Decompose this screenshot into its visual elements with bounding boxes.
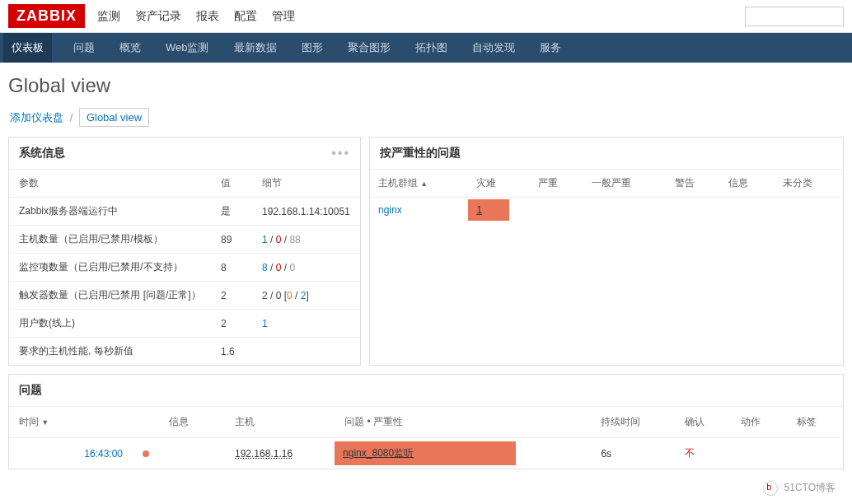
param-cell: 监控项数量（已启用/已禁用/不支持）	[9, 254, 211, 282]
nav-reports[interactable]: 报表	[196, 2, 219, 30]
col-detail: 细节	[252, 170, 360, 198]
col-unclassified[interactable]: 未分类	[775, 170, 843, 198]
widget-title: 按严重性的问题	[380, 146, 461, 161]
widget-menu-icon[interactable]: •••	[331, 146, 350, 161]
problem-row: 16:43:00 192.168.1.16 nginx_8080监听 6s 不	[9, 438, 843, 469]
nav-admin[interactable]: 管理	[272, 2, 295, 30]
col-disaster[interactable]: 灾难	[468, 170, 529, 198]
system-info-table: 参数 值 细节 Zabbix服务器端运行中是192.168.1.14:10051…	[9, 170, 360, 365]
breadcrumb-sep: /	[70, 111, 73, 124]
problems-table: 时间 ▼ 信息 主机 问题 • 严重性 持续时间 确认 动作 标签 16:43:…	[9, 407, 843, 469]
tab-web[interactable]: Web监测	[162, 33, 213, 63]
value-cell: 1.6	[211, 338, 252, 366]
col-duration[interactable]: 持续时间	[591, 407, 675, 438]
detail-cell: 1	[252, 310, 360, 338]
param-cell: 要求的主机性能, 每秒新值	[9, 338, 211, 366]
value-cell: 8	[211, 254, 252, 282]
zabbix-logo[interactable]: ZABBIX	[8, 4, 85, 28]
col-ack[interactable]: 确认	[675, 407, 731, 438]
breadcrumb-current[interactable]: Global view	[79, 108, 149, 127]
problem-host[interactable]: 192.168.1.16	[235, 448, 293, 460]
widget-header: 按严重性的问题	[370, 138, 843, 170]
top-nav: 监测 资产记录 报表 配置 管理	[97, 2, 745, 30]
detail-cell: 192.168.1.14:10051	[252, 198, 360, 226]
col-hostgroup[interactable]: 主机群组 ▲	[370, 170, 468, 198]
tab-latest[interactable]: 最新数据	[231, 33, 280, 63]
sort-desc-icon: ▼	[41, 418, 49, 427]
col-info[interactable]: 信息	[720, 170, 774, 198]
tab-overview[interactable]: 概览	[116, 33, 144, 63]
table-row: 主机数量（已启用/已禁用/模板）891 / 0 / 88	[9, 226, 360, 254]
col-high[interactable]: 严重	[530, 170, 583, 198]
col-value: 值	[211, 170, 252, 198]
table-row: 用户数(线上)21	[9, 310, 360, 338]
system-info-widget: 系统信息 ••• 参数 值 细节 Zabbix服务器端运行中是192.168.1…	[8, 137, 361, 366]
col-average[interactable]: 一般严重	[583, 170, 667, 198]
page-title: Global view	[0, 63, 852, 105]
tab-discovery[interactable]: 自动发现	[469, 33, 518, 63]
severity-count[interactable]: 1	[468, 199, 509, 221]
tab-maps[interactable]: 拓扑图	[412, 33, 451, 63]
breadcrumb-root[interactable]: 添加仪表盘	[10, 111, 63, 124]
col-action[interactable]: 动作	[731, 407, 787, 438]
dashboard-row: 系统信息 ••• 参数 值 细节 Zabbix服务器端运行中是192.168.1…	[0, 130, 852, 372]
nav-inventory[interactable]: 资产记录	[135, 2, 181, 30]
problem-duration: 6s	[591, 438, 675, 469]
detail-cell: 8 / 0 / 0	[252, 254, 360, 282]
problem-ack[interactable]: 不	[685, 447, 695, 459]
detail-cell: 2 / 0 [0 / 2]	[252, 282, 360, 310]
severity-row: nginx 1	[370, 198, 843, 223]
table-row: Zabbix服务器端运行中是192.168.1.14:10051	[9, 198, 360, 226]
severity-widget: 按严重性的问题 主机群组 ▲ 灾难 严重 一般严重 警告 信息 未分类 ngin…	[369, 137, 844, 366]
top-header: ZABBIX 监测 资产记录 报表 配置 管理	[0, 0, 852, 33]
problem-name[interactable]: nginx_8080监听	[335, 441, 516, 465]
param-cell: 用户数(线上)	[9, 310, 211, 338]
param-cell: 触发器数量（已启用/已禁用 [问题/正常]）	[9, 282, 211, 310]
tab-screens[interactable]: 聚合图形	[344, 33, 394, 63]
detail-cell	[252, 338, 360, 366]
col-info[interactable]: 信息	[159, 407, 225, 438]
problem-time[interactable]: 16:43:00	[9, 438, 133, 469]
table-row: 触发器数量（已启用/已禁用 [问题/正常]）22 / 0 [0 / 2]	[9, 282, 360, 310]
value-cell: 89	[211, 226, 252, 254]
widget-header: 系统信息 •••	[9, 138, 360, 170]
severity-dot-icon	[143, 450, 149, 457]
severity-table: 主机群组 ▲ 灾难 严重 一般严重 警告 信息 未分类 nginx 1	[370, 170, 843, 222]
tab-graphs[interactable]: 图形	[298, 33, 326, 63]
tab-dashboard[interactable]: 仪表板	[3, 33, 52, 63]
table-row: 监控项数量（已启用/已禁用/不支持）88 / 0 / 0	[9, 254, 360, 282]
nav-monitoring[interactable]: 监测	[97, 2, 120, 30]
col-problem[interactable]: 问题 • 严重性	[335, 407, 591, 438]
value-cell: 是	[211, 198, 252, 226]
breadcrumb: 添加仪表盘 / Global view	[0, 105, 852, 130]
widget-title: 系统信息	[19, 146, 65, 161]
col-tag[interactable]: 标签	[787, 407, 843, 438]
col-time[interactable]: 时间 ▼	[9, 407, 133, 438]
col-param: 参数	[9, 170, 211, 198]
widget-header: 问题	[9, 375, 843, 407]
tab-problems[interactable]: 问题	[70, 33, 98, 63]
value-cell: 2	[211, 310, 252, 338]
table-row: 要求的主机性能, 每秒新值1.6	[9, 338, 360, 366]
problems-widget: 问题 时间 ▼ 信息 主机 问题 • 严重性 持续时间 确认 动作 标签 16:…	[8, 374, 844, 469]
col-warning[interactable]: 警告	[667, 170, 720, 198]
param-cell: 主机数量（已启用/已禁用/模板）	[9, 226, 211, 254]
value-cell: 2	[211, 282, 252, 310]
widget-title: 问题	[19, 383, 42, 398]
hostgroup-link[interactable]: nginx	[378, 204, 402, 216]
detail-cell: 1 / 0 / 88	[252, 226, 360, 254]
sort-asc-icon: ▲	[420, 180, 428, 188]
sub-nav: 仪表板 问题 概览 Web监测 最新数据 图形 聚合图形 拓扑图 自动发现 服务	[0, 33, 852, 63]
nav-config[interactable]: 配置	[234, 2, 257, 30]
col-host[interactable]: 主机	[225, 407, 335, 438]
tab-services[interactable]: 服务	[536, 33, 564, 63]
param-cell: Zabbix服务器端运行中	[9, 198, 211, 226]
search-input[interactable]	[745, 7, 844, 26]
